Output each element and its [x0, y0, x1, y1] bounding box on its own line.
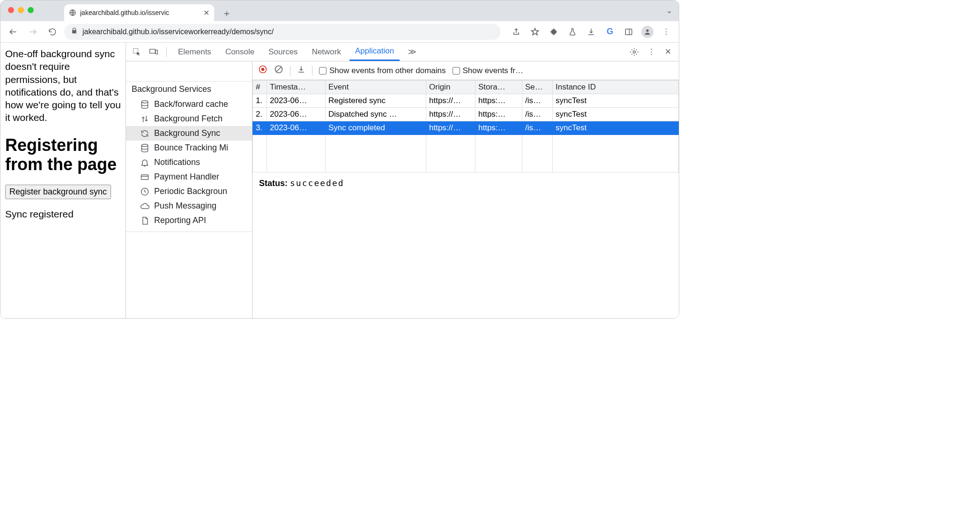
- show-events-fr-checkbox[interactable]: Show events fr…: [453, 66, 523, 75]
- content-area: One-off background sync doesn't require …: [0, 43, 679, 318]
- share-icon[interactable]: [508, 24, 524, 40]
- sidebar-item-periodic-backgroun[interactable]: Periodic Backgroun: [126, 184, 252, 199]
- settings-gear-icon[interactable]: [627, 47, 641, 57]
- card-icon: [140, 172, 149, 182]
- col-header[interactable]: Timesta…: [267, 81, 326, 94]
- svg-point-2: [646, 29, 648, 31]
- events-table: #Timesta…EventOriginStora…Se…Instance ID…: [252, 80, 679, 135]
- fullscreen-window-button[interactable]: [28, 7, 34, 13]
- status-label: Status:: [259, 179, 288, 188]
- extensions-icon[interactable]: [546, 24, 562, 40]
- devtools: Elements Console Sources Network Applica…: [126, 43, 679, 318]
- profile-avatar[interactable]: [639, 24, 655, 40]
- window-controls: [8, 7, 34, 13]
- more-tabs-icon[interactable]: ≫: [402, 43, 422, 61]
- show-other-domains-checkbox[interactable]: Show events from other domains: [319, 66, 446, 75]
- devtools-tabbar: Elements Console Sources Network Applica…: [126, 43, 679, 61]
- svg-rect-9: [141, 175, 148, 179]
- svg-point-6: [633, 51, 636, 53]
- sync-icon: [140, 129, 149, 138]
- address-toolbar: jakearchibald.github.io/isserviceworkerr…: [0, 21, 679, 43]
- register-sync-button[interactable]: Register background sync: [5, 185, 111, 199]
- tab-application[interactable]: Application: [349, 43, 400, 61]
- cloud-icon: [140, 202, 149, 211]
- status-value: succeeded: [290, 178, 344, 188]
- inspect-element-icon[interactable]: [130, 47, 144, 57]
- svg-rect-5: [156, 50, 157, 53]
- sidebar-group-title: Background Services: [126, 81, 252, 97]
- url-text: jakearchibald.github.io/isserviceworkerr…: [82, 28, 274, 36]
- device-toolbar-icon[interactable]: [147, 47, 161, 57]
- tabs-dropdown-icon[interactable]: ⌄: [666, 6, 672, 15]
- clear-icon[interactable]: [274, 65, 283, 76]
- devtools-kebab-icon[interactable]: ⋮: [644, 47, 658, 57]
- forward-button[interactable]: [25, 24, 41, 40]
- svg-point-8: [141, 144, 148, 146]
- devtools-sidebar: Background Services Back/forward cacheBa…: [126, 61, 252, 318]
- sidebar-item-background-sync[interactable]: Background Sync: [126, 126, 252, 141]
- svg-point-7: [141, 100, 148, 103]
- col-header[interactable]: Origin: [426, 81, 475, 94]
- globe-icon: [69, 9, 76, 16]
- updown-icon: [140, 114, 149, 124]
- close-window-button[interactable]: [8, 7, 14, 13]
- col-header[interactable]: Se…: [522, 81, 553, 94]
- table-row[interactable]: 3.2023-06…Sync completedhttps://…https:……: [253, 121, 679, 135]
- table-row[interactable]: 2.2023-06…Dispatched sync …https://…http…: [253, 108, 679, 121]
- downloads-icon[interactable]: [583, 24, 599, 40]
- sidebar-item-reporting-api[interactable]: Reporting API: [126, 213, 252, 228]
- bookmark-star-icon[interactable]: [527, 24, 543, 40]
- svg-point-12: [261, 68, 265, 71]
- sidebar-item-back-forward-cache[interactable]: Back/forward cache: [126, 97, 252, 112]
- sidebar-item-payment-handler[interactable]: Payment Handler: [126, 170, 252, 184]
- sidebar-item-notifications[interactable]: Notifications: [126, 155, 252, 170]
- back-button[interactable]: [5, 24, 21, 40]
- col-header[interactable]: Instance ID: [553, 81, 679, 94]
- db-icon: [140, 143, 149, 153]
- svg-rect-4: [150, 49, 156, 53]
- reload-button[interactable]: [45, 24, 60, 40]
- db-icon: [140, 100, 149, 109]
- omnibox[interactable]: jakearchibald.github.io/isserviceworkerr…: [64, 24, 501, 40]
- sync-status-text: Sync registered: [5, 208, 121, 220]
- file-icon: [140, 216, 149, 225]
- tab-sources[interactable]: Sources: [263, 43, 303, 61]
- titlebar: jakearchibald.github.io/isservic ✕ ＋ ⌄: [0, 0, 679, 21]
- col-header[interactable]: Stora…: [475, 81, 522, 94]
- lock-icon: [71, 27, 78, 36]
- events-toolbar: Show events from other domains Show even…: [252, 61, 679, 80]
- record-icon[interactable]: [258, 65, 267, 76]
- page-content: One-off background sync doesn't require …: [0, 43, 126, 318]
- table-row[interactable]: 1.2023-06…Registered synchttps://…https:…: [253, 94, 679, 108]
- browser-tab[interactable]: jakearchibald.github.io/isservic ✕: [64, 4, 214, 21]
- tab-title: jakearchibald.github.io/isservic: [80, 9, 169, 16]
- svg-rect-1: [625, 29, 632, 35]
- clock-icon: [140, 187, 149, 196]
- sidebar-item-background-fetch[interactable]: Background Fetch: [126, 112, 252, 126]
- col-header[interactable]: #: [253, 81, 267, 94]
- kebab-menu-icon[interactable]: ⋮: [658, 24, 674, 40]
- minimize-window-button[interactable]: [18, 7, 24, 13]
- intro-paragraph: One-off background sync doesn't require …: [5, 47, 121, 124]
- page-heading: Registering from the page: [5, 135, 121, 174]
- col-header[interactable]: Event: [326, 81, 426, 94]
- new-tab-button[interactable]: ＋: [220, 6, 234, 20]
- status-row: Status: succeeded: [252, 172, 679, 194]
- google-icon[interactable]: G: [602, 24, 618, 40]
- tab-console[interactable]: Console: [220, 43, 260, 61]
- sidepanel-icon[interactable]: [621, 24, 637, 40]
- labs-icon[interactable]: [564, 24, 580, 40]
- devtools-close-icon[interactable]: ✕: [661, 47, 675, 57]
- browser-window: jakearchibald.github.io/isservic ✕ ＋ ⌄ j…: [0, 0, 679, 319]
- tab-network[interactable]: Network: [306, 43, 347, 61]
- sidebar-item-bounce-tracking-mi[interactable]: Bounce Tracking Mi: [126, 141, 252, 155]
- sidebar-item-push-messaging[interactable]: Push Messaging: [126, 199, 252, 213]
- tab-elements[interactable]: Elements: [172, 43, 217, 61]
- close-tab-icon[interactable]: ✕: [203, 8, 209, 17]
- bell-icon: [140, 158, 149, 167]
- devtools-main: Show events from other domains Show even…: [252, 61, 679, 318]
- save-icon[interactable]: [297, 65, 305, 76]
